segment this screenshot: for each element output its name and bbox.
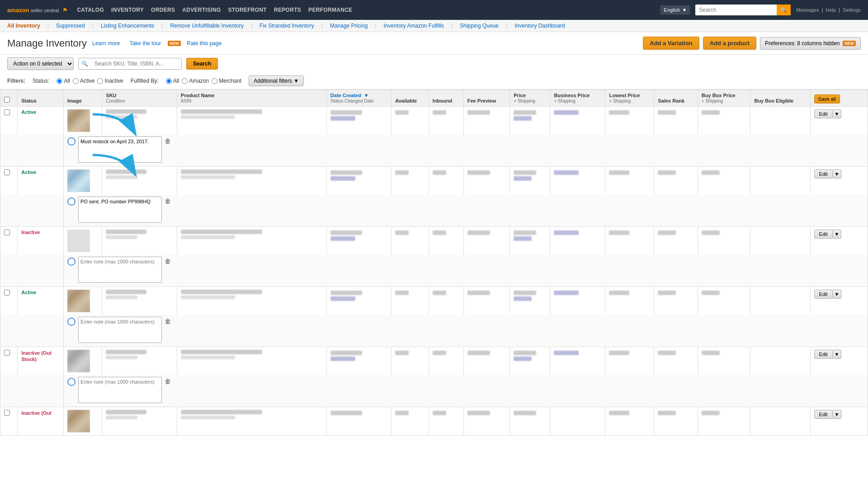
available-header: Available xyxy=(392,90,429,107)
status-badge: Inactive xyxy=(21,230,40,235)
note-icon xyxy=(67,137,75,145)
note-textarea[interactable] xyxy=(78,257,162,283)
messages-link[interactable]: Messages xyxy=(796,7,819,13)
note-row: 🗑 xyxy=(0,255,868,287)
subnav-manage-pricing[interactable]: Manage Pricing xyxy=(330,23,368,29)
learn-more-link[interactable]: Learn more xyxy=(92,40,120,47)
edit-dropdown-button[interactable]: ▼ xyxy=(833,169,842,178)
inbound-header: Inbound xyxy=(429,90,463,107)
edit-group: Edit ▼ xyxy=(814,230,864,239)
logo-text: amazon seller central xyxy=(7,7,59,14)
save-all-button[interactable]: Save all xyxy=(814,94,840,103)
subnav-listing-enhancements[interactable]: Listing Enhancements xyxy=(101,23,154,29)
nav-catalog[interactable]: CATALOG xyxy=(77,7,104,13)
product-search-wrap: 🔍 xyxy=(78,58,182,70)
main-nav: CATALOG INVENTORY ORDERS ADVERTISING STO… xyxy=(77,7,651,13)
delete-note-icon[interactable]: 🗑 xyxy=(165,258,171,265)
additional-filters-button[interactable]: Additional filters ▼ xyxy=(249,75,304,86)
product-search-input[interactable] xyxy=(91,58,181,69)
global-search-button[interactable]: 🔍 xyxy=(777,5,791,15)
edit-dropdown-button[interactable]: ▼ xyxy=(833,410,842,419)
edit-button[interactable]: Edit xyxy=(814,169,833,178)
subnav-all-inventory[interactable]: All Inventory xyxy=(7,23,40,29)
edit-dropdown-button[interactable]: ▼ xyxy=(833,230,842,239)
nav-performance[interactable]: PERFORMANCE xyxy=(308,7,352,13)
delete-note-icon[interactable]: 🗑 xyxy=(165,137,171,145)
nav-reports[interactable]: REPORTS xyxy=(274,7,301,13)
status-active-radio[interactable] xyxy=(73,78,79,84)
action-select[interactable]: Action on 0 selected xyxy=(7,57,74,70)
rate-page-link[interactable]: Rate this page xyxy=(187,40,222,47)
nav-advertising[interactable]: ADVERTISING xyxy=(182,7,221,13)
lowest-price-header: Lowest Price+ Shipping xyxy=(605,90,654,107)
delete-note-icon[interactable]: 🗑 xyxy=(165,318,171,325)
status-badge: Inactive (Out Stock) xyxy=(21,350,52,362)
note-textarea[interactable]: Must restock on April 23, 2017. xyxy=(78,136,162,163)
add-variation-button[interactable]: Add a Variation xyxy=(643,37,699,50)
row-checkbox[interactable] xyxy=(4,230,10,235)
edit-button[interactable]: Edit xyxy=(814,109,833,118)
edit-button[interactable]: Edit xyxy=(814,230,833,239)
row-checkbox[interactable] xyxy=(4,410,10,416)
select-all-checkbox[interactable] xyxy=(4,97,10,103)
page-header-left: Manage Inventory Learn more Take the tou… xyxy=(7,38,225,49)
status-badge: Active xyxy=(21,290,36,295)
delete-note-icon[interactable]: 🗑 xyxy=(165,197,171,205)
subnav-remove-unfulfillable[interactable]: Remove Unfulfillable Inventory xyxy=(170,23,244,29)
edit-dropdown-button[interactable]: ▼ xyxy=(833,350,842,359)
global-search-input[interactable] xyxy=(695,5,777,15)
fulfilled-merchant-label[interactable]: Merchant xyxy=(212,78,241,84)
take-tour-link[interactable]: Take the tour xyxy=(130,40,161,47)
nav-inventory[interactable]: INVENTORY xyxy=(111,7,144,13)
note-textarea[interactable] xyxy=(78,317,162,343)
tour-new-badge: NEW xyxy=(168,41,181,46)
settings-link[interactable]: Settings xyxy=(843,7,861,13)
edit-group: Edit ▼ xyxy=(814,109,864,118)
inventory-table: Status Image SKUCondition Product NameAS… xyxy=(0,89,868,436)
row-checkbox[interactable] xyxy=(4,290,10,296)
status-filter-group: All Active Inactive xyxy=(57,78,123,84)
row-checkbox[interactable] xyxy=(4,350,10,356)
date-created-header[interactable]: Date Created ▼ Status Changed Date xyxy=(326,90,391,107)
note-area: Must restock on April 23, 2017. 🗑 xyxy=(67,136,864,163)
fulfilled-amazon-label[interactable]: Amazon xyxy=(182,78,209,84)
edit-dropdown-button[interactable]: ▼ xyxy=(833,290,842,299)
nav-storefront[interactable]: STOREFRONT xyxy=(228,7,267,13)
status-inactive-label[interactable]: Inactive xyxy=(97,78,123,84)
edit-button[interactable]: Edit xyxy=(814,350,833,359)
edit-group: Edit ▼ xyxy=(814,169,864,178)
note-textarea[interactable] xyxy=(78,377,162,403)
fulfilled-all-label[interactable]: All xyxy=(166,78,179,84)
status-all-radio[interactable] xyxy=(57,78,62,84)
status-filter-label: Status: xyxy=(33,78,49,84)
row-checkbox[interactable] xyxy=(4,169,10,175)
nav-orders[interactable]: ORDERS xyxy=(151,7,175,13)
edit-button[interactable]: Edit xyxy=(814,410,833,419)
language-selector[interactable]: English ▼ xyxy=(660,5,690,14)
status-active-label[interactable]: Active xyxy=(73,78,95,84)
note-icon xyxy=(67,378,75,386)
fulfilled-merchant-radio[interactable] xyxy=(212,78,217,84)
table-row: Active xyxy=(0,287,868,315)
note-textarea[interactable]: PO sent. PO number PP998HQ xyxy=(78,197,162,223)
row-checkbox[interactable] xyxy=(4,109,10,115)
subnav-inventory-dashboard[interactable]: Inventory Dashboard xyxy=(514,23,565,29)
subnav-shipping-queue[interactable]: Shipping Queue xyxy=(460,23,499,29)
subnav-fix-stranded[interactable]: Fix Stranded Inventory xyxy=(259,23,314,29)
status-inactive-radio[interactable] xyxy=(97,78,103,84)
product-search-button[interactable]: Search xyxy=(186,58,218,70)
fee-preview-header: Fee Preview xyxy=(463,90,510,107)
subnav-suppressed[interactable]: Suppressed xyxy=(56,23,85,29)
fulfilled-all-radio[interactable] xyxy=(166,78,172,84)
edit-dropdown-button[interactable]: ▼ xyxy=(833,109,842,118)
note-area: PO sent. PO number PP998HQ 🗑 xyxy=(67,197,864,223)
subnav-inventory-amazon[interactable]: Inventory Amazon Fulfills xyxy=(383,23,443,29)
help-link[interactable]: Help xyxy=(826,7,836,13)
add-product-button[interactable]: Add a product xyxy=(703,37,756,50)
preferences-button[interactable]: Preferences: 8 columns hidden NEW xyxy=(760,37,861,50)
edit-button[interactable]: Edit xyxy=(814,290,833,299)
delete-note-icon[interactable]: 🗑 xyxy=(165,378,171,385)
status-all-label[interactable]: All xyxy=(57,78,70,84)
edit-group: Edit ▼ xyxy=(814,410,864,419)
fulfilled-amazon-radio[interactable] xyxy=(182,78,188,84)
